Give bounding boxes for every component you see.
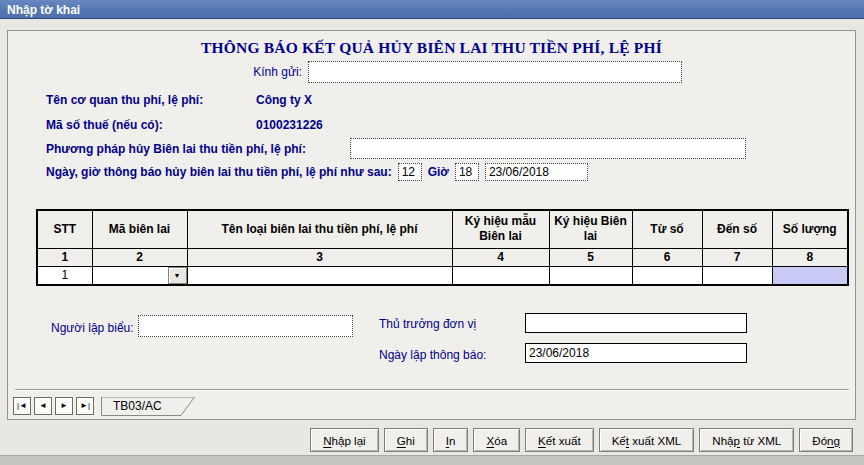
- bottom-edge-strip: [0, 455, 864, 465]
- nhap-lai-button[interactable]: Nhập lại: [310, 428, 379, 452]
- xoa-button[interactable]: Xóa: [473, 428, 520, 452]
- column-number-row: 1 2 3 4 5 6 7 8: [37, 248, 848, 266]
- tab-label: TB03/AC: [113, 399, 162, 413]
- col-header-ky-hieu-mau: Ký hiệu mẫu Biên lai: [452, 210, 549, 248]
- col-number: 1: [37, 248, 92, 266]
- dong-button[interactable]: Đóng: [799, 428, 853, 452]
- form-panel: THÔNG BÁO KẾT QUẢ HỦY BIÊN LAI THU TIỀN …: [7, 30, 856, 420]
- thu-truong-input[interactable]: [525, 313, 747, 333]
- col-number: 6: [632, 248, 702, 266]
- nguoi-lap-bieu-input[interactable]: [138, 315, 353, 337]
- cell-den-so[interactable]: [702, 266, 772, 285]
- hour-input[interactable]: [398, 163, 422, 181]
- col-header-ten-loai: Tên loại biên lai thu tiền phí, lệ phí: [187, 210, 452, 248]
- col-header-den-so: Đến số: [702, 210, 772, 248]
- col-header-ma-bien-lai: Mã biên lai: [92, 210, 187, 248]
- ket-xuat-xml-button[interactable]: Kết xuất XML: [599, 428, 695, 452]
- col-header-ky-hieu: Ký hiệu Biên lai: [549, 210, 632, 248]
- next-record-button[interactable]: ►: [55, 397, 73, 415]
- col-header-stt: STT: [37, 210, 92, 248]
- ket-xuat-button[interactable]: Kết xuất: [525, 428, 594, 452]
- notice-date-input[interactable]: [485, 163, 588, 181]
- ngay-gio-row: Ngày, giờ thông báo hủy biên lai thu tiề…: [46, 163, 588, 181]
- table-row: 1 ▼: [37, 266, 848, 285]
- ngay-lap-input[interactable]: [525, 343, 747, 363]
- phuong-phap-input[interactable]: [350, 138, 746, 159]
- col-number: 7: [702, 248, 772, 266]
- action-button-bar: Nhập lại Ghi In Xóa Kết xuất Kết xuất XM…: [310, 428, 853, 452]
- table-header-row: STT Mã biên lai Tên loại biên lai thu ti…: [37, 210, 848, 248]
- col-number: 2: [92, 248, 187, 266]
- cell-ky-hieu-mau[interactable]: [452, 266, 549, 285]
- phuong-phap-label: Phương pháp hủy Biên lai thu tiền phí, l…: [46, 142, 306, 156]
- form-title: THÔNG BÁO KẾT QUẢ HỦY BIÊN LAI THU TIỀN …: [8, 39, 855, 57]
- cell-stt[interactable]: 1: [37, 266, 92, 285]
- cell-ten-loai[interactable]: [187, 266, 452, 285]
- last-record-button[interactable]: ►|: [76, 397, 94, 415]
- col-number: 5: [549, 248, 632, 266]
- ngay-gio-label: Ngày, giờ thông báo hủy biên lai thu tiề…: [46, 165, 392, 179]
- kinh-gui-input[interactable]: [308, 61, 682, 83]
- nhap-tu-xml-button[interactable]: Nhập từ XML: [699, 428, 794, 452]
- cell-ky-hieu[interactable]: [549, 266, 632, 285]
- receipt-table: STT Mã biên lai Tên loại biên lai thu ti…: [36, 209, 849, 286]
- thu-truong-label: Thủ trưởng đơn vị: [379, 317, 476, 331]
- ngay-lap-label: Ngày lập thông báo:: [379, 348, 486, 362]
- window-title: Nhập tờ khai: [0, 1, 80, 19]
- ghi-button[interactable]: Ghi: [384, 428, 428, 452]
- col-header-so-luong: Số lượng: [772, 210, 848, 248]
- in-button[interactable]: In: [433, 428, 469, 452]
- cell-tu-so[interactable]: [632, 266, 702, 285]
- tab-tb03ac[interactable]: TB03/AC: [101, 397, 195, 416]
- col-header-tu-so: Từ số: [632, 210, 702, 248]
- dropdown-arrow-icon[interactable]: ▼: [168, 267, 187, 285]
- previous-record-button[interactable]: ◄: [34, 397, 52, 415]
- dialog-window: Nhập tờ khai THÔNG BÁO KẾT QUẢ HỦY BIÊN …: [0, 0, 864, 465]
- ma-so-thue-value: 0100231226: [256, 118, 323, 132]
- tab-strip: |◄ ◄ ► ►| TB03/AC: [13, 397, 195, 417]
- col-number: 4: [452, 248, 549, 266]
- kinh-gui-row: Kính gửi:: [8, 61, 855, 83]
- gio-label: Giờ: [428, 165, 449, 179]
- minute-input[interactable]: [455, 163, 479, 181]
- ma-so-thue-label: Mã số thuế (nếu có):: [46, 118, 163, 132]
- cell-so-luong[interactable]: [772, 266, 848, 285]
- window-titlebar[interactable]: Nhập tờ khai: [0, 0, 864, 19]
- col-number: 3: [187, 248, 452, 266]
- col-number: 8: [772, 248, 848, 266]
- first-record-button[interactable]: |◄: [13, 397, 31, 415]
- kinh-gui-label: Kính gửi:: [253, 65, 302, 79]
- ten-co-quan-label: Tên cơ quan thu phí, lệ phí:: [46, 93, 203, 107]
- ten-co-quan-value: Công ty X: [256, 93, 312, 107]
- cell-ma-bien-lai[interactable]: ▼: [92, 266, 187, 285]
- nguoi-lap-bieu-label: Người lập biểu:: [51, 321, 134, 335]
- tabstrip-divider: [15, 389, 849, 391]
